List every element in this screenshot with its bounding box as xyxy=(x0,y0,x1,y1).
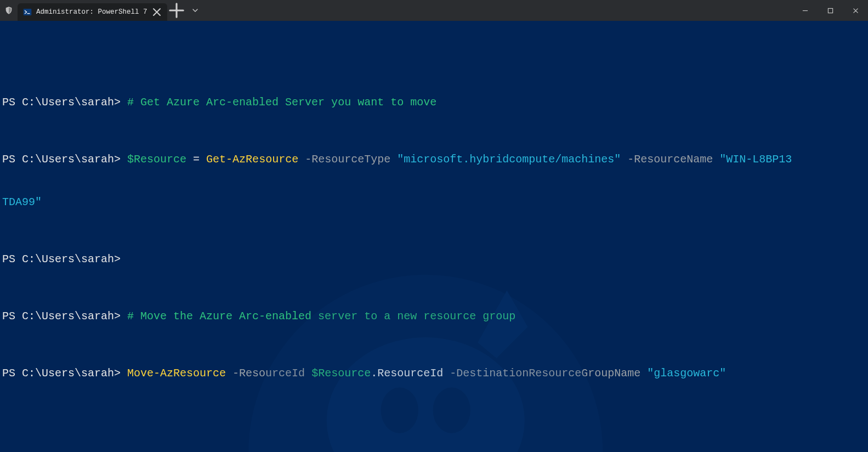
term-line: PS C:\Users\sarah> Move-AzResource -Reso… xyxy=(2,366,866,381)
term-line: PS C:\Users\sarah> # Move the Azure Arc-… xyxy=(2,309,866,324)
powershell-icon xyxy=(23,8,32,16)
tab-powershell[interactable]: Administrator: PowerShell 7 xyxy=(18,3,167,21)
new-tab-button[interactable] xyxy=(167,0,186,21)
admin-shield-icon xyxy=(0,0,18,21)
close-window-button[interactable] xyxy=(843,0,868,21)
term-line xyxy=(2,423,866,438)
tab-region: Administrator: PowerShell 7 xyxy=(0,0,205,21)
term-line: PS C:\Users\sarah> # Get Azure Arc-enabl… xyxy=(2,95,866,110)
term-line: TDA99" xyxy=(2,195,866,210)
watermark-icon: Techie Lass xyxy=(217,215,651,452)
term-line: PS C:\Users\sarah> $Resource = Get-AzRes… xyxy=(2,152,866,167)
tab-title: Administrator: PowerShell 7 xyxy=(36,8,147,16)
minimize-button[interactable] xyxy=(792,0,818,21)
maximize-button[interactable] xyxy=(818,0,843,21)
tab-dropdown-button[interactable] xyxy=(186,0,205,21)
svg-rect-0 xyxy=(24,9,32,15)
svg-text:Techie Lass: Techie Lass xyxy=(282,450,569,452)
titlebar[interactable]: Administrator: PowerShell 7 xyxy=(0,0,868,21)
tab-close-icon[interactable] xyxy=(152,7,162,17)
window: Administrator: PowerShell 7 xyxy=(0,0,868,452)
term-line: PS C:\Users\sarah> xyxy=(2,252,866,267)
svg-rect-1 xyxy=(828,8,832,13)
window-controls xyxy=(792,0,868,21)
terminal[interactable]: Techie Lass PS C:\Users\sarah> # Get Azu… xyxy=(0,21,868,452)
